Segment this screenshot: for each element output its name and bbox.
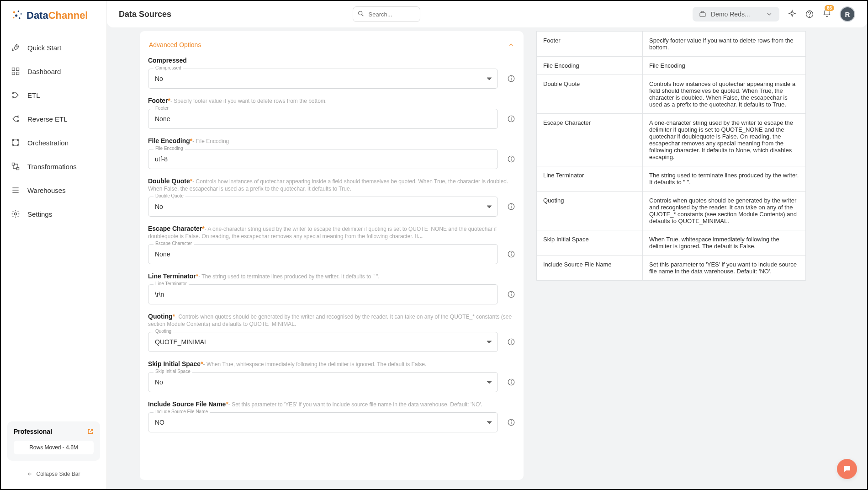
field-label: Footer*- Specify footer value if you wan…	[148, 97, 515, 104]
avatar[interactable]: R	[840, 6, 855, 22]
chat-icon	[842, 464, 852, 474]
help-value: File Encoding	[643, 57, 806, 75]
info-icon[interactable]	[507, 155, 515, 163]
float-label: Line Terminator	[153, 281, 189, 286]
include-source-select[interactable]: NO	[148, 412, 498, 432]
info-icon[interactable]	[507, 418, 515, 426]
compressed-select[interactable]: No	[148, 69, 498, 89]
chevron-down-icon	[766, 11, 773, 18]
escape-character-input[interactable]	[148, 244, 498, 264]
help-key: Line Terminator	[537, 166, 643, 192]
float-label: Quoting	[153, 329, 173, 334]
svg-point-18	[17, 144, 19, 146]
svg-point-15	[12, 139, 14, 141]
svg-point-29	[810, 16, 810, 16]
external-link-icon[interactable]	[87, 428, 94, 435]
gear-icon	[11, 209, 20, 218]
info-icon[interactable]	[507, 338, 515, 346]
help-value: The string used to terminate lines produ…	[643, 166, 806, 192]
svg-point-44	[511, 252, 512, 253]
info-icon[interactable]	[507, 115, 515, 123]
help-value: Controls when quotes should be generated…	[643, 192, 806, 230]
search-icon	[357, 10, 365, 17]
svg-point-1	[18, 11, 20, 12]
nav-quick-start[interactable]: Quick Start	[1, 36, 106, 59]
plan-sub: Rows Moved - 4.6M	[14, 441, 94, 454]
field-label: Compressed	[148, 57, 515, 64]
svg-point-6	[16, 46, 17, 47]
help-key: Double Quote	[537, 75, 643, 114]
info-icon[interactable]	[507, 378, 515, 386]
help-key: Footer	[537, 32, 643, 57]
info-icon[interactable]	[507, 75, 515, 83]
notifications[interactable]: 66	[822, 9, 831, 20]
help-value: Controls how instances of quotechar appe…	[643, 75, 806, 114]
svg-point-58	[847, 468, 848, 469]
logo[interactable]: DataChannel	[1, 9, 106, 36]
help-row: Include Source File NameSet this paramet…	[537, 256, 806, 281]
info-icon[interactable]	[507, 290, 515, 298]
nav-label: Transformations	[27, 163, 77, 170]
field-label: Quoting*- Controls when quotes should be…	[148, 313, 515, 327]
help-value: Specify footer value if you want to dele…	[643, 32, 806, 57]
chevron-up-icon	[508, 42, 514, 48]
search-wrap	[353, 6, 420, 22]
nav-dashboard[interactable]: Dashboard	[1, 59, 106, 83]
line-terminator-input[interactable]	[148, 284, 498, 304]
help-icon[interactable]	[805, 10, 814, 19]
help-key: File Encoding	[537, 57, 643, 75]
warehouses-icon	[11, 186, 20, 195]
double-quote-select[interactable]: No	[148, 197, 498, 217]
field-label: Double Quote*- Controls how instances of…	[148, 177, 515, 192]
float-label: Skip Initial Space	[153, 369, 192, 374]
workspace-label: Demo Reds...	[711, 11, 750, 18]
advanced-options-toggle[interactable]: Advanced Options	[148, 41, 515, 57]
chat-button[interactable]	[837, 459, 857, 479]
caret-down-icon	[487, 77, 492, 81]
info-icon[interactable]	[507, 250, 515, 258]
info-icon[interactable]	[507, 202, 515, 211]
svg-rect-20	[17, 168, 19, 170]
skip-initial-space-select[interactable]: No	[148, 372, 498, 392]
orchestration-icon	[11, 138, 20, 147]
nav-warehouses[interactable]: Warehouses	[1, 178, 106, 202]
svg-point-41	[511, 205, 512, 205]
help-row: FooterSpecify footer value if you want t…	[537, 32, 806, 57]
sidebar: DataChannel Quick Start Dashboard ETL Re…	[1, 1, 107, 489]
field-compressed: Compressed Compressed No	[148, 57, 515, 89]
nav-settings[interactable]: Settings	[1, 202, 106, 226]
svg-point-32	[511, 77, 512, 77]
file-encoding-input[interactable]	[148, 149, 498, 169]
page-title: Data Sources	[119, 10, 171, 19]
nav-orchestration[interactable]: Orchestration	[1, 131, 106, 154]
field-file-encoding: File Encoding*- File Encoding File Encod…	[148, 137, 515, 169]
collapse-sidebar[interactable]: Collapse Side Bar	[1, 467, 106, 481]
caret-down-icon	[487, 380, 492, 385]
footer-input[interactable]	[148, 109, 498, 129]
nav-label: Settings	[27, 210, 52, 218]
nav-reverse-etl[interactable]: Reverse ETL	[1, 107, 106, 131]
nav-label: Warehouses	[27, 186, 66, 194]
svg-point-14	[17, 120, 19, 122]
nav-etl[interactable]: ETL	[1, 83, 106, 107]
workspace-select[interactable]: Demo Reds...	[693, 7, 779, 21]
float-label: Compressed	[153, 65, 183, 70]
svg-point-4	[13, 17, 14, 18]
sparkle-icon[interactable]	[788, 10, 797, 19]
field-footer: Footer*- Specify footer value if you wan…	[148, 97, 515, 129]
field-label: Include Source File Name*- Set this para…	[148, 400, 515, 408]
help-key: Skip Initial Space	[537, 230, 643, 256]
field-quoting: Quoting*- Controls when quotes should be…	[148, 313, 515, 352]
hint-expand[interactable]: ...	[418, 233, 423, 240]
help-value: A one-character string used by the write…	[643, 114, 806, 166]
collapse-label: Collapse Side Bar	[36, 471, 80, 477]
help-row: Double QuoteControls how instances of qu…	[537, 75, 806, 114]
nav-transformations[interactable]: Transformations	[1, 154, 106, 178]
svg-point-3	[15, 14, 17, 16]
plan-name: Professional	[14, 428, 94, 435]
transformations-icon	[11, 162, 20, 171]
svg-rect-8	[16, 68, 19, 71]
svg-point-0	[13, 11, 16, 14]
quoting-select[interactable]: QUOTE_MINIMAL	[148, 332, 498, 352]
field-escape-character: Escape Character*- A one-character strin…	[148, 225, 515, 264]
